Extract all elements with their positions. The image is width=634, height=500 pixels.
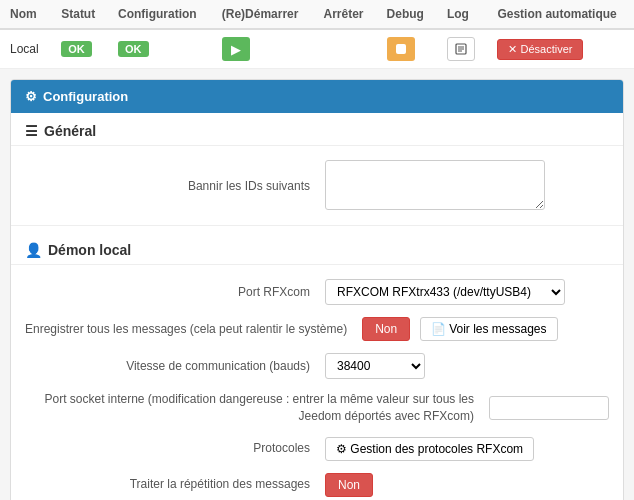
repetition-btn-wrap: Non [325,473,609,497]
table-row: Local OK OK ▶ [0,29,634,69]
general-title-text: Général [44,123,96,139]
port-socket-input[interactable] [489,396,609,420]
row-gestion[interactable]: ✕ Désactiver [487,29,634,69]
enregistrer-controls: Non 📄 Voir les messages [362,317,609,341]
row-debug[interactable] [377,29,437,69]
repetition-label: Traiter la répétition des messages [25,476,325,493]
config-section: ⚙ Configuration ☰ Général Bannir les IDs… [10,79,624,500]
log-button[interactable] [447,37,475,61]
port-socket-row: Port socket interne (modification danger… [11,385,623,431]
row-config: OK [108,29,212,69]
col-nom: Nom [0,0,51,29]
protocoles-label: Protocoles [25,440,325,457]
vitesse-select-wrap: 38400 [325,353,609,379]
debug-icon [395,43,407,55]
voir-messages-button[interactable]: 📄 Voir les messages [420,317,558,341]
repetition-non-button[interactable]: Non [325,473,373,497]
general-section-title: ☰ Général [11,113,623,146]
section-divider [11,225,623,226]
vitesse-row: Vitesse de communication (bauds) 38400 [11,347,623,385]
config-header: ⚙ Configuration [11,80,623,113]
port-select-container: RFXCOM RFXtrx433 (/dev/ttyUSB4) [325,279,565,305]
log-icon [455,43,467,55]
voir-doc-icon: 📄 [431,322,446,336]
debug-button[interactable] [387,37,415,61]
col-gestion: Gestion automatique [487,0,634,29]
bannir-input-wrap [325,160,609,213]
row-redemarrer[interactable]: ▶ [212,29,314,69]
port-socket-label: Port socket interne (modification danger… [25,391,489,425]
repetition-row: Traiter la répétition des messages Non [11,467,623,500]
col-log: Log [437,0,487,29]
bannir-input[interactable] [325,160,545,210]
vitesse-select-container: 38400 [325,353,425,379]
daemon-table-section: Nom Statut Configuration (Re)Démarrer Ar… [0,0,634,69]
protocoles-button[interactable]: ⚙ Gestion des protocoles RFXcom [325,437,534,461]
row-nom: Local [0,29,51,69]
demon-section-title: 👤 Démon local [11,232,623,265]
general-icon: ☰ [25,123,38,139]
config-body: ☰ Général Bannir les IDs suivants 👤 Démo… [11,113,623,500]
config-gear-icon: ⚙ [25,89,37,104]
row-arreter [313,29,376,69]
row-statut: OK [51,29,108,69]
port-socket-input-wrap [489,396,609,420]
vitesse-select[interactable]: 38400 [325,353,425,379]
demon-icon: 👤 [25,242,42,258]
col-configuration: Configuration [108,0,212,29]
col-arreter: Arrêter [313,0,376,29]
port-row: Port RFXcom RFXCOM RFXtrx433 (/dev/ttyUS… [11,273,623,311]
enregistrer-non-button[interactable]: Non [362,317,410,341]
daemon-table: Nom Statut Configuration (Re)Démarrer Ar… [0,0,634,69]
col-statut: Statut [51,0,108,29]
deactivate-label: Désactiver [520,43,572,55]
enregistrer-row: Enregistrer tous les messages (cela peut… [11,311,623,347]
col-debug: Debug [377,0,437,29]
voir-messages-label: Voir les messages [449,322,546,336]
deactivate-x-icon: ✕ [508,43,517,55]
svg-rect-0 [396,44,406,54]
port-select[interactable]: RFXCOM RFXtrx433 (/dev/ttyUSB4) [325,279,565,305]
col-redemarrer: (Re)Démarrer [212,0,314,29]
port-label: Port RFXcom [25,284,325,301]
port-select-wrap: RFXCOM RFXtrx433 (/dev/ttyUSB4) [325,279,609,305]
protocoles-row: Protocoles ⚙ Gestion des protocoles RFXc… [11,431,623,467]
config-badge: OK [118,41,149,57]
config-header-label: Configuration [43,89,128,104]
demon-title-text: Démon local [48,242,131,258]
deactivate-button[interactable]: ✕ Désactiver [497,39,583,60]
statut-badge: OK [61,41,92,57]
redemarrer-button[interactable]: ▶ [222,37,250,61]
bannir-label: Bannir les IDs suivants [25,178,325,195]
enregistrer-label: Enregistrer tous les messages (cela peut… [25,321,362,338]
row-log[interactable] [437,29,487,69]
bannir-row: Bannir les IDs suivants [11,154,623,219]
vitesse-label: Vitesse de communication (bauds) [25,358,325,375]
protocoles-btn-wrap: ⚙ Gestion des protocoles RFXcom [325,437,609,461]
